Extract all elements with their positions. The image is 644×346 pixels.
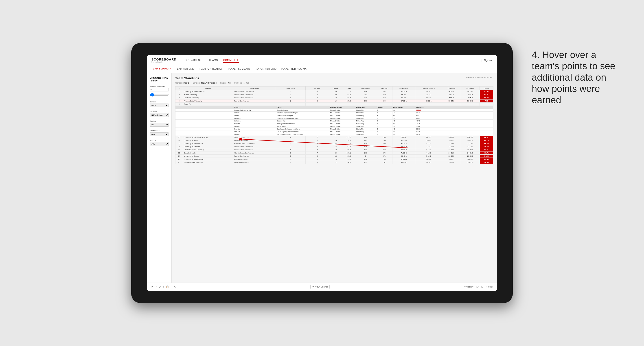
expanded-data-row: Florida I The Cypress Point Classic NCAA…	[176, 122, 494, 125]
th-vs-top-50: Vs Top 50	[461, 86, 480, 90]
table-header-row: # School Conference Conf Rank No Tour Rn…	[176, 86, 494, 90]
share-button[interactable]: ↗ Share	[486, 286, 494, 288]
watch-label: Watch	[466, 286, 472, 288]
subnav-player-h2h-heatmap[interactable]: PLAYER H2H HEATMAP	[281, 67, 308, 71]
reset-button[interactable]: ↺	[159, 285, 161, 288]
view-selector[interactable]: 👁 View: Original	[310, 285, 330, 289]
sign-out-button[interactable]: Sign out	[484, 59, 492, 62]
th-conference: Conference	[233, 86, 276, 90]
nav-tournaments[interactable]: TOURNAMENTS	[183, 58, 203, 63]
table-row: 25 University of North Florida ASUN Conf…	[176, 158, 494, 161]
table-row: 2 Auburn University Southeastern Confere…	[176, 93, 494, 96]
th-rnds: Rnds	[329, 86, 342, 90]
top-nav: SCOREBOARD Powered by clipp TOURNAMENTS …	[147, 55, 497, 65]
report-header: Team Standings Update time: 13/03/2024 1…	[175, 76, 494, 80]
conference-label: Conference	[150, 130, 169, 132]
share-label: Share	[488, 286, 494, 288]
gender-filter: Gender Men's	[150, 101, 169, 107]
table-row: 3 Vanderbilt University Southeastern Con…	[176, 96, 494, 100]
grid-button[interactable]: ⊞	[481, 286, 483, 288]
subnav-team-summary[interactable]: TEAM SUMMARY	[152, 67, 171, 71]
report-area: Team Standings Update time: 13/03/2024 1…	[172, 73, 497, 283]
table-row: 20 University of New Mexico Mountain Wes…	[176, 142, 494, 145]
watch-icon: 👁	[464, 286, 466, 288]
conference-display: Conference: All	[234, 82, 248, 84]
sub-nav: TEAM SUMMARY TEAM H2H GRID TEAM H2H HEAT…	[147, 65, 497, 73]
table-row: 5 Texas T...	[176, 103, 494, 106]
comment-icon: 💬	[476, 286, 478, 288]
toolbar-left: ↩ ↪ ↺ ⧉ 📋 ··· ⏱	[150, 285, 176, 288]
paste-button[interactable]: 📋	[166, 286, 169, 288]
table-row: 19 University of Texas Big 12 Conference…	[176, 139, 494, 142]
copy-button[interactable]: ⧉	[163, 286, 164, 288]
th-wins: Wins	[342, 86, 355, 90]
filter-display-row: Gender: Men's Division: NCAA Division I …	[175, 82, 494, 84]
th-rank: #	[176, 86, 183, 90]
nav-items: TOURNAMENTS TEAMS COMMITTEE	[183, 58, 481, 63]
region-filter: Region N/A	[150, 120, 169, 127]
gender-display: Gender: Men's	[175, 82, 189, 84]
expanded-data-row: Univers... National Invitational Tournam…	[176, 117, 494, 120]
th-vs-top-25: Vs Top 25	[442, 86, 461, 90]
min-rounds-slider[interactable]	[150, 92, 169, 97]
grid-icon: ⊞	[481, 286, 483, 288]
expanded-data-row: East Ter OFCC Fighting Illini Invitation…	[176, 130, 494, 133]
comment-button[interactable]: 💬	[476, 286, 478, 288]
nav-teams[interactable]: TEAMS	[209, 58, 218, 63]
view-icon: 👁	[312, 286, 314, 288]
annotation-area: 4. Hover over a team's points to see add…	[532, 49, 626, 106]
expanded-data-row: Arizona State University Cater Collegiat…	[176, 109, 494, 112]
region-select[interactable]: N/A	[150, 123, 169, 127]
table-row: 21 University of Alabama Southeastern Co…	[176, 145, 494, 148]
view-label: View: Original	[315, 286, 328, 288]
th-no-tour: No Tour	[306, 86, 329, 90]
main-content: Committee Portal Review Minimum Rounds G…	[147, 73, 497, 283]
gender-select[interactable]: Men's	[150, 104, 169, 107]
th-avg-sg: Avg. SG	[376, 86, 392, 90]
expanded-data-row: Univers... Copper Cup NCAA Division I Ma…	[176, 120, 494, 122]
subnav-team-h2h-heatmap[interactable]: TEAM H2H HEATMAP	[199, 67, 224, 71]
school-select[interactable]: (All)	[150, 142, 169, 146]
side-panel-title: Committee Portal Review	[150, 76, 169, 82]
th-school: School	[183, 86, 233, 90]
undo-button[interactable]: ↩	[150, 285, 153, 288]
side-panel: Committee Portal Review Minimum Rounds G…	[147, 73, 172, 283]
table-row: 24 University of Oregon Pac-12 Conferenc…	[176, 155, 494, 158]
expanded-data-row: Georgia Ben Hogan Collegiate Invitationa…	[176, 128, 494, 130]
th-low-score: Low Score	[392, 86, 415, 90]
conference-select[interactable]: (All)	[150, 133, 169, 136]
subnav-team-h2h-grid[interactable]: TEAM H2H GRID	[176, 67, 195, 71]
update-time: Update time: 13/03/2024 10:03:42	[466, 76, 494, 78]
table-row: 22 Mississippi State University Southeas…	[176, 148, 494, 152]
min-rounds-filter: Minimum Rounds	[150, 85, 169, 98]
nav-committee[interactable]: COMMITTEE	[223, 58, 239, 63]
standings-table: # School Conference Conf Rank No Tour Rn…	[175, 86, 494, 164]
table-row-highlighted: 4 Arizona State University Pac-12 Confer…	[176, 100, 494, 103]
expanded-data-row: Univers... 2023 Sahalee Players Champion…	[176, 133, 494, 136]
th-points: Points	[480, 86, 493, 90]
division-select[interactable]: NCAA Division I	[150, 113, 169, 117]
min-rounds-input[interactable]	[150, 88, 169, 91]
watch-button[interactable]: 👁 Watch ▾	[464, 286, 474, 288]
expanded-data-row: Univers... Southern Highlands Collegiate…	[176, 112, 494, 114]
region-display: Region: All	[220, 82, 231, 84]
tablet-screen: SCOREBOARD Powered by clipp TOURNAMENTS …	[147, 55, 497, 291]
region-label: Region	[150, 120, 169, 122]
share-icon: ↗	[486, 286, 488, 288]
subnav-player-h2h-grid[interactable]: PLAYER H2H GRID	[255, 67, 277, 71]
redo-button[interactable]: ↪	[154, 285, 157, 288]
annotation-text: 4. Hover over a team's points to see add…	[532, 49, 626, 106]
logo-sub: Powered by clipp	[152, 61, 176, 63]
watch-chevron: ▾	[472, 286, 474, 288]
expanded-header-row: Team Event Event Division Event Type Rou…	[176, 106, 494, 109]
gender-label: Gender	[150, 101, 169, 103]
bottom-toolbar: ↩ ↪ ↺ ⧉ 📋 ··· ⏱ 👁 View: Original 👁 Watch…	[147, 283, 497, 291]
min-rounds-label: Minimum Rounds	[150, 85, 169, 87]
table-row: 1 University of North Carolina Atlantic …	[176, 90, 494, 93]
report-title: Team Standings	[175, 76, 199, 80]
th-conf-rank: Conf Rank	[276, 86, 306, 90]
division-label: Division	[150, 111, 169, 113]
sign-out-area: | Sign out	[481, 58, 492, 62]
ellipsis-button[interactable]: ···	[170, 286, 172, 288]
subnav-player-summary[interactable]: PLAYER SUMMARY	[228, 67, 250, 71]
